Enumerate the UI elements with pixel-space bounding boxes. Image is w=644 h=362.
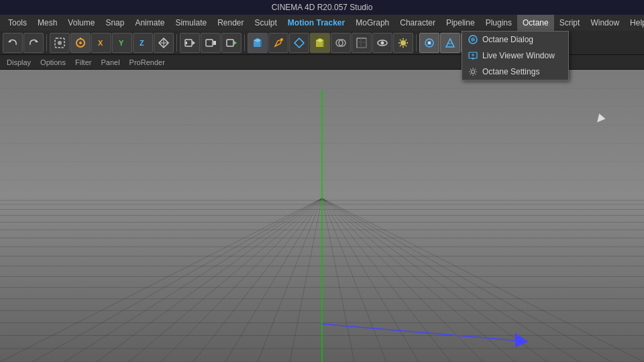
menu-item-snap[interactable]: Snap: [100, 15, 129, 31]
menu-item-window[interactable]: Window: [585, 15, 625, 31]
sep2: [176, 34, 177, 52]
viewport-canvas: [0, 70, 644, 362]
octane-dropdown-menu: Octane Dialog Live Viewer Window Octan: [462, 31, 569, 80]
menu-item-octane[interactable]: Octane: [517, 15, 554, 31]
metaball-btn[interactable]: [331, 33, 351, 53]
live-viewer-icon: [468, 50, 478, 61]
live-viewer-window-item[interactable]: Live Viewer Window: [462, 48, 568, 64]
svg-rect-21: [206, 40, 213, 46]
prorender-menu[interactable]: ProRender: [125, 57, 169, 68]
rotate-btn[interactable]: [70, 33, 91, 53]
svg-rect-24: [227, 40, 233, 46]
octane-settings-item[interactable]: Octane Settings: [462, 64, 568, 80]
menu-bar: Tools Mesh Volume Snap Animate Simulate …: [0, 15, 644, 31]
menu-item-mesh[interactable]: Mesh: [32, 15, 62, 31]
svg-marker-30: [294, 38, 304, 48]
anim-group: [180, 33, 241, 53]
svg-point-1: [471, 38, 475, 42]
menu-item-render[interactable]: Render: [212, 15, 249, 31]
octane-render-btn[interactable]: [419, 33, 439, 53]
svg-marker-33: [323, 40, 324, 47]
display-menu[interactable]: Display: [3, 57, 35, 68]
transform-all-btn[interactable]: [154, 33, 174, 53]
svg-point-5: [472, 54, 474, 56]
options-menu[interactable]: Options: [36, 57, 70, 68]
menu-item-mograph[interactable]: MoGraph: [350, 15, 394, 31]
svg-line-49: [406, 45, 407, 46]
svg-marker-25: [234, 41, 237, 45]
svg-line-48: [400, 40, 401, 41]
null-btn[interactable]: [289, 33, 309, 53]
title-bar: CINEMA 4D R20.057 Studio: [0, 0, 644, 15]
object-group: [248, 33, 413, 53]
svg-marker-19: [193, 41, 195, 45]
menu-item-script[interactable]: Script: [554, 15, 586, 31]
menu-item-character[interactable]: Character: [394, 15, 441, 31]
undo-redo-group: [3, 33, 44, 53]
panel-menu[interactable]: Panel: [97, 57, 123, 68]
svg-text:Z: Z: [140, 39, 144, 47]
anim-key-btn[interactable]: [201, 33, 221, 53]
svg-text:Y: Y: [119, 39, 124, 47]
svg-point-6: [472, 70, 475, 74]
octane-settings-icon: [468, 66, 478, 77]
filter-menu[interactable]: Filter: [71, 57, 95, 68]
sep1: [46, 34, 47, 52]
sep4: [416, 34, 417, 52]
octane-dialog-icon: [468, 34, 478, 45]
sep3: [244, 34, 245, 52]
transform-y-btn[interactable]: Y: [112, 33, 132, 53]
menu-item-sculpt[interactable]: Sculpt: [250, 15, 282, 31]
object-btn[interactable]: [310, 33, 330, 53]
svg-rect-36: [357, 38, 366, 48]
svg-line-50: [406, 40, 407, 41]
title-text: CINEMA 4D R20.057 Studio: [272, 3, 373, 12]
transform-z-btn[interactable]: Z: [133, 33, 153, 53]
menu-item-volume[interactable]: Volume: [62, 15, 100, 31]
svg-point-29: [280, 38, 283, 41]
octane-dialog-item[interactable]: Octane Dialog: [462, 32, 568, 48]
anim-record-btn[interactable]: [180, 33, 200, 53]
redo-btn[interactable]: [23, 33, 44, 53]
pen-btn[interactable]: [268, 33, 288, 53]
transform-btn[interactable]: X: [91, 33, 111, 53]
menu-item-help[interactable]: Help: [625, 15, 644, 31]
menu-item-plugins[interactable]: Plugins: [480, 15, 517, 31]
svg-point-42: [381, 41, 384, 44]
svg-line-51: [400, 45, 401, 46]
menu-item-motion-tracker[interactable]: Motion Tracker: [282, 15, 350, 31]
menu-item-animate[interactable]: Animate: [129, 15, 170, 31]
svg-point-53: [428, 42, 431, 44]
menu-item-tools[interactable]: Tools: [3, 15, 32, 31]
svg-marker-28: [260, 40, 262, 47]
spline-btn[interactable]: [352, 33, 372, 53]
anim-play-btn[interactable]: [221, 33, 241, 53]
select-all-btn[interactable]: [50, 33, 70, 53]
svg-text:X: X: [98, 39, 103, 47]
undo-btn[interactable]: [3, 33, 23, 53]
svg-point-10: [79, 42, 82, 44]
3d-viewport[interactable]: [0, 70, 644, 362]
menu-item-pipeline[interactable]: Pipeline: [441, 15, 480, 31]
svg-point-8: [58, 41, 62, 45]
selection-group: X Y Z: [50, 33, 174, 53]
octane-material-btn[interactable]: [440, 33, 460, 53]
eye-btn[interactable]: [372, 33, 392, 53]
svg-point-43: [400, 40, 406, 46]
light-btn[interactable]: [393, 33, 413, 53]
menu-item-simulate[interactable]: Simulate: [170, 15, 212, 31]
cube-btn[interactable]: [248, 33, 268, 53]
